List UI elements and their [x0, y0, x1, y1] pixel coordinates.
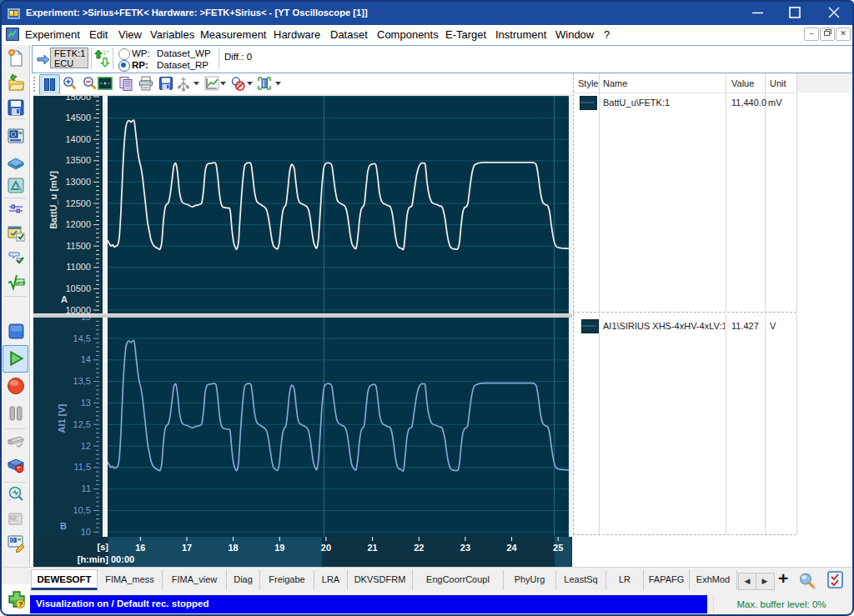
svg-text:AI1 [V]: AI1 [V] — [57, 403, 67, 433]
svg-text:16: 16 — [135, 543, 145, 553]
svg-text:?: ? — [18, 600, 23, 608]
svg-text:25: 25 — [553, 543, 563, 553]
svg-text:19: 19 — [274, 543, 284, 553]
svg-text:13500: 13500 — [65, 155, 91, 165]
svg-text:14500: 14500 — [65, 113, 91, 123]
svg-text:[s]: [s] — [98, 542, 109, 552]
svg-text:13: 13 — [81, 398, 91, 408]
svg-text:14000: 14000 — [65, 134, 91, 144]
svg-text:10: 10 — [81, 527, 91, 537]
svg-text:[h:min]: [h:min] — [78, 554, 109, 564]
svg-text:12500: 12500 — [65, 198, 91, 208]
svg-text:11: 11 — [82, 483, 91, 493]
svg-text:18: 18 — [228, 543, 238, 553]
svg-text:12,5: 12,5 — [73, 419, 91, 429]
svg-text:BattU_u [mV]: BattU_u [mV] — [48, 171, 58, 229]
svg-text:14,5: 14,5 — [73, 333, 91, 343]
svg-text:17: 17 — [182, 543, 192, 553]
svg-text:--: -- — [8, 497, 11, 502]
svg-text:11,5: 11,5 — [73, 462, 91, 472]
svg-text:12: 12 — [81, 441, 91, 451]
svg-text:12000: 12000 — [65, 219, 91, 229]
svg-text:11500: 11500 — [66, 241, 91, 251]
svg-text:B: B — [60, 521, 67, 531]
svg-text:10,5: 10,5 — [73, 505, 91, 515]
svg-text:13000: 13000 — [65, 177, 91, 187]
svg-text:10500: 10500 — [65, 283, 91, 293]
svg-text:20: 20 — [321, 543, 331, 553]
svg-text:13,5: 13,5 — [73, 376, 91, 386]
svg-text:22: 22 — [414, 543, 424, 553]
svg-text:21: 21 — [367, 543, 377, 553]
svg-text:a=b: a=b — [17, 280, 26, 285]
svg-text:24: 24 — [506, 543, 517, 553]
svg-text:14: 14 — [81, 354, 91, 364]
svg-text:00:00: 00:00 — [111, 554, 134, 564]
svg-text:11000: 11000 — [66, 262, 91, 272]
svg-text:23: 23 — [460, 543, 470, 553]
svg-text:A: A — [61, 294, 68, 304]
svg-text:15000: 15000 — [65, 94, 91, 102]
